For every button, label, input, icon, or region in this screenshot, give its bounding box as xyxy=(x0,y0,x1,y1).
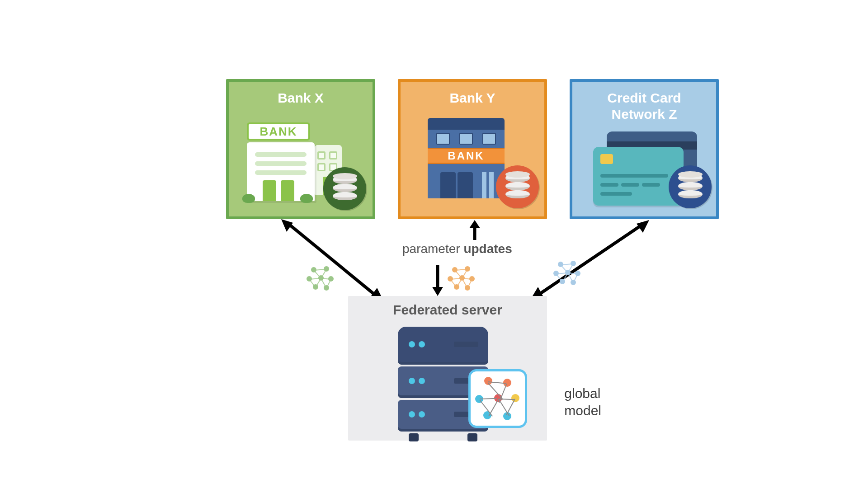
network-glyph-icon xyxy=(448,265,473,289)
global-model-label: global model xyxy=(564,385,601,419)
node-bank-x-title: Bank X xyxy=(229,90,373,106)
node-credit-card-network-z: Credit Card Network Z xyxy=(570,79,719,219)
global-model-icon xyxy=(468,369,527,428)
node-bank-x: Bank X BANK xyxy=(226,79,375,219)
arrow-banky-up xyxy=(466,220,484,244)
diagram-stage: Bank X BANK Bank Y BANK Credit Card Net xyxy=(108,61,760,427)
database-icon xyxy=(323,167,366,210)
database-icon xyxy=(496,165,539,208)
federated-server: Federated server xyxy=(348,296,547,441)
arrow-ccz-server xyxy=(520,219,656,307)
bank-sign-label: BANK xyxy=(247,122,310,141)
flow-label-light: parameter xyxy=(402,242,463,256)
node-bank-y-title: Bank Y xyxy=(401,90,544,106)
flow-label: parameter updates xyxy=(402,242,512,256)
federated-server-title: Federated server xyxy=(348,302,547,318)
bank-sign-label: BANK xyxy=(428,148,505,164)
svg-marker-6 xyxy=(432,287,443,296)
network-glyph-icon xyxy=(307,265,332,289)
flow-label-bold: updates xyxy=(463,242,512,256)
svg-marker-4 xyxy=(469,220,480,228)
network-glyph-icon xyxy=(553,260,579,283)
node-bank-y: Bank Y BANK xyxy=(398,79,547,219)
arrow-banky-down xyxy=(429,262,447,300)
node-ccz-title: Credit Card Network Z xyxy=(572,90,716,122)
arrow-bankx-server xyxy=(280,219,398,307)
svg-line-0 xyxy=(289,225,375,295)
database-icon xyxy=(669,165,712,208)
